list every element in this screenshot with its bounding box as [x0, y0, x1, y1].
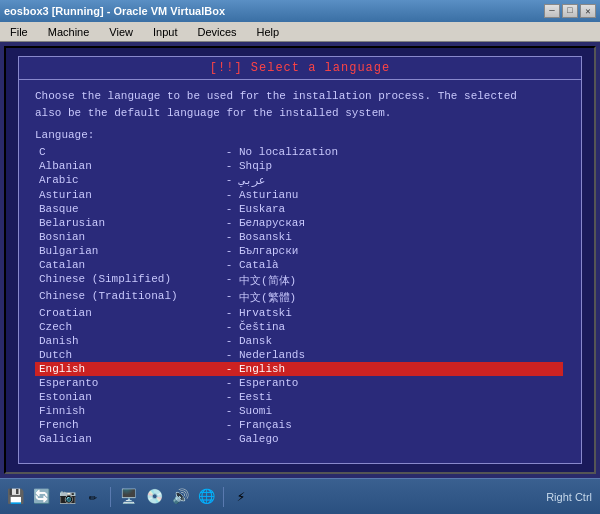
lang-name-5: Belarusian	[39, 217, 219, 229]
taskbar-icon-5[interactable]: 💿	[143, 486, 165, 508]
taskbar-separator-1	[110, 487, 111, 507]
language-row-1[interactable]: Albanian-Shqip	[35, 159, 563, 173]
maximize-button[interactable]: □	[562, 4, 578, 18]
lang-sep-15: -	[219, 363, 239, 375]
lang-native-8: Català	[239, 259, 559, 271]
taskbar-icon-8[interactable]: ⚡	[230, 486, 252, 508]
taskbar-icon-0[interactable]: 💾	[4, 486, 26, 508]
menu-view[interactable]: View	[103, 24, 139, 40]
lang-native-12: Čeština	[239, 321, 559, 333]
language-list[interactable]: C-No localizationAlbanian-ShqipArabic-عر…	[35, 145, 565, 455]
lang-sep-19: -	[219, 419, 239, 431]
lang-name-6: Bosnian	[39, 231, 219, 243]
language-row-7[interactable]: Bulgarian-Български	[35, 244, 563, 258]
taskbar-icon-2[interactable]: 📷	[56, 486, 78, 508]
lang-sep-13: -	[219, 335, 239, 347]
lang-name-2: Arabic	[39, 174, 219, 187]
title-bar: eosbox3 [Running] - Oracle VM VirtualBox…	[0, 0, 600, 22]
menu-input[interactable]: Input	[147, 24, 183, 40]
window-controls: ─ □ ✕	[544, 4, 596, 18]
language-row-3[interactable]: Asturian-Asturianu	[35, 188, 563, 202]
lang-name-19: French	[39, 419, 219, 431]
taskbar-icon-6[interactable]: 🔊	[169, 486, 191, 508]
minimize-button[interactable]: ─	[544, 4, 560, 18]
language-row-5[interactable]: Belarusian-Беларуская	[35, 216, 563, 230]
language-row-13[interactable]: Danish-Dansk	[35, 334, 563, 348]
lang-sep-16: -	[219, 377, 239, 389]
lang-native-15: English	[239, 363, 559, 375]
lang-name-20: Galician	[39, 433, 219, 445]
language-row-14[interactable]: Dutch-Nederlands	[35, 348, 563, 362]
desc-line2: also be the default language for the ins…	[35, 107, 391, 119]
language-row-0[interactable]: C-No localization	[35, 145, 563, 159]
lang-native-16: Esperanto	[239, 377, 559, 389]
lang-name-10: Chinese (Traditional)	[39, 290, 219, 305]
language-row-6[interactable]: Bosnian-Bosanski	[35, 230, 563, 244]
language-row-18[interactable]: Finnish-Suomi	[35, 404, 563, 418]
language-row-8[interactable]: Catalan-Català	[35, 258, 563, 272]
lang-name-17: Estonian	[39, 391, 219, 403]
lang-name-1: Albanian	[39, 160, 219, 172]
lang-name-13: Danish	[39, 335, 219, 347]
language-row-15[interactable]: English-English	[35, 362, 563, 376]
lang-name-18: Finnish	[39, 405, 219, 417]
lang-name-12: Czech	[39, 321, 219, 333]
language-row-17[interactable]: Estonian-Eesti	[35, 390, 563, 404]
language-row-10[interactable]: Chinese (Traditional)-中文(繁體)	[35, 289, 563, 306]
lang-name-8: Catalan	[39, 259, 219, 271]
lang-name-9: Chinese (Simplified)	[39, 273, 219, 288]
lang-native-10: 中文(繁體)	[239, 290, 559, 305]
language-row-2[interactable]: Arabic-عربي	[35, 173, 563, 188]
taskbar-icon-4[interactable]: 🖥️	[117, 486, 139, 508]
lang-sep-5: -	[219, 217, 239, 229]
language-row-20[interactable]: Galician-Galego	[35, 432, 563, 446]
lang-sep-9: -	[219, 273, 239, 288]
language-list-container: C-No localizationAlbanian-ShqipArabic-عر…	[35, 145, 565, 455]
close-button[interactable]: ✕	[580, 4, 596, 18]
lang-native-17: Eesti	[239, 391, 559, 403]
lang-name-4: Basque	[39, 203, 219, 215]
dialog-body: Choose the language to be used for the i…	[19, 80, 581, 463]
lang-native-5: Беларуская	[239, 217, 559, 229]
lang-sep-1: -	[219, 160, 239, 172]
language-row-9[interactable]: Chinese (Simplified)-中文(简体)	[35, 272, 563, 289]
lang-name-11: Croatian	[39, 307, 219, 319]
menu-help[interactable]: Help	[251, 24, 286, 40]
lang-native-14: Nederlands	[239, 349, 559, 361]
lang-native-2: عربي	[239, 174, 559, 187]
taskbar-icon-7[interactable]: 🌐	[195, 486, 217, 508]
lang-sep-18: -	[219, 405, 239, 417]
language-label: Language:	[35, 129, 565, 141]
language-row-19[interactable]: French-Français	[35, 418, 563, 432]
lang-name-7: Bulgarian	[39, 245, 219, 257]
menu-machine[interactable]: Machine	[42, 24, 96, 40]
lang-name-15: English	[39, 363, 219, 375]
lang-native-7: Български	[239, 245, 559, 257]
window-title: eosbox3 [Running] - Oracle VM VirtualBox	[4, 5, 225, 17]
lang-sep-17: -	[219, 391, 239, 403]
lang-native-19: Français	[239, 419, 559, 431]
lang-name-16: Esperanto	[39, 377, 219, 389]
menu-file[interactable]: File	[4, 24, 34, 40]
lang-native-18: Suomi	[239, 405, 559, 417]
lang-sep-0: -	[219, 146, 239, 158]
lang-sep-20: -	[219, 433, 239, 445]
language-row-11[interactable]: Croatian-Hrvatski	[35, 306, 563, 320]
taskbar-icon-3[interactable]: ✏️	[82, 486, 104, 508]
lang-name-3: Asturian	[39, 189, 219, 201]
menu-devices[interactable]: Devices	[191, 24, 242, 40]
language-row-4[interactable]: Basque-Euskara	[35, 202, 563, 216]
vm-content: [!!] Select a language Choose the langua…	[0, 42, 600, 514]
lang-native-11: Hrvatski	[239, 307, 559, 319]
lang-native-6: Bosanski	[239, 231, 559, 243]
taskbar-icon-1[interactable]: 🔄	[30, 486, 52, 508]
lang-name-0: C	[39, 146, 219, 158]
dialog-title: [!!] Select a language	[19, 57, 581, 80]
lang-sep-2: -	[219, 174, 239, 187]
desc-line1: Choose the language to be used for the i…	[35, 90, 517, 102]
language-row-16[interactable]: Esperanto-Esperanto	[35, 376, 563, 390]
menu-bar: File Machine View Input Devices Help	[0, 22, 600, 42]
lang-sep-3: -	[219, 189, 239, 201]
language-row-12[interactable]: Czech-Čeština	[35, 320, 563, 334]
lang-native-9: 中文(简体)	[239, 273, 559, 288]
